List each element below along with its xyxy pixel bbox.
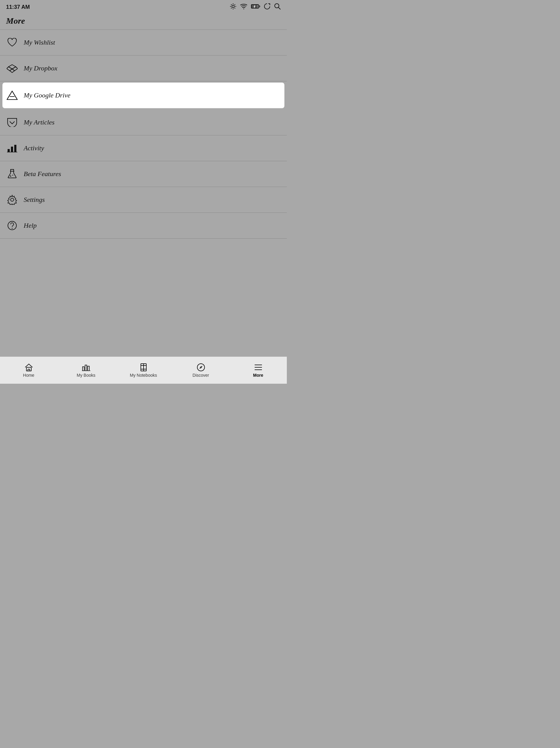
svg-rect-38 [82,367,84,371]
svg-marker-17 [8,65,16,69]
more-icon [254,363,262,372]
wifi-icon [240,3,248,11]
help-icon [6,219,18,232]
svg-point-35 [12,228,13,229]
battery-icon [251,4,260,10]
menu-item-help[interactable]: Help [0,213,287,239]
svg-marker-20 [10,69,15,73]
nav-home-label: Home [23,373,34,378]
mybooks-icon [82,363,90,372]
googledrive-icon [6,89,18,101]
page-header: More [0,14,287,30]
activity-label: Activity [24,144,44,152]
nav-mynotebooks-label: My Notebooks [130,373,157,378]
nav-item-more[interactable]: More [230,357,287,384]
svg-point-31 [10,176,11,177]
nav-item-mynotebooks[interactable]: My Notebooks [115,357,172,384]
googledrive-label: My Google Drive [24,91,70,99]
svg-point-9 [243,8,244,9]
activity-icon [6,142,18,154]
mynotebooks-icon [139,363,148,372]
svg-rect-39 [85,365,87,371]
nav-item-discover[interactable]: Discover [172,357,230,384]
svg-rect-37 [28,369,30,371]
svg-line-22 [12,91,17,99]
svg-marker-47 [200,366,203,369]
pocket-icon [6,116,18,128]
status-time: 11:37 AM [6,4,30,10]
help-label: Help [24,221,37,230]
wishlist-label: My Wishlist [24,39,55,46]
menu-item-wishlist[interactable]: My Wishlist [0,30,287,55]
svg-line-7 [235,4,235,5]
svg-marker-19 [12,67,18,71]
articles-label: My Articles [24,118,55,126]
menu-item-articles[interactable]: My Articles [0,110,287,135]
menu-list: My Wishlist My Dropbox My Google D [0,30,287,239]
svg-marker-21 [7,91,17,99]
svg-rect-28 [14,145,16,152]
dropbox-icon [6,62,18,74]
svg-point-33 [10,198,14,201]
page-title: More [6,16,281,26]
nav-item-home[interactable]: Home [0,357,57,384]
status-bar: 11:37 AM [0,0,287,14]
menu-item-beta[interactable]: Beta Features [0,161,287,187]
svg-line-5 [231,4,232,5]
search-icon[interactable] [274,3,281,11]
settings-icon [6,194,18,206]
dropbox-label: My Dropbox [24,64,57,72]
svg-line-6 [235,8,235,8]
menu-item-settings[interactable]: Settings [0,187,287,213]
nav-discover-label: Discover [192,373,209,378]
sync-icon [264,3,271,11]
beta-icon [6,168,18,180]
bottom-nav: Home My Books My Notebooks [0,356,287,384]
heart-icon [6,37,18,49]
svg-point-15 [275,4,279,8]
settings-label: Settings [24,196,45,204]
svg-marker-18 [7,67,12,71]
svg-rect-26 [7,149,10,152]
nav-mybooks-label: My Books [77,373,95,378]
svg-line-8 [231,8,232,8]
svg-rect-40 [87,366,89,371]
menu-item-googledrive[interactable]: My Google Drive [2,83,284,108]
svg-rect-27 [11,147,13,152]
status-icons [230,3,281,11]
brightness-icon [230,3,236,11]
svg-line-23 [7,91,12,99]
nav-more-label: More [253,373,263,378]
svg-line-16 [279,7,281,10]
svg-point-32 [13,175,13,176]
menu-item-dropbox[interactable]: My Dropbox [0,55,287,81]
discover-icon [197,363,205,372]
beta-label: Beta Features [24,170,61,178]
home-icon [25,363,33,372]
svg-point-0 [232,5,234,7]
nav-item-mybooks[interactable]: My Books [57,357,115,384]
menu-item-activity[interactable]: Activity [0,135,287,161]
